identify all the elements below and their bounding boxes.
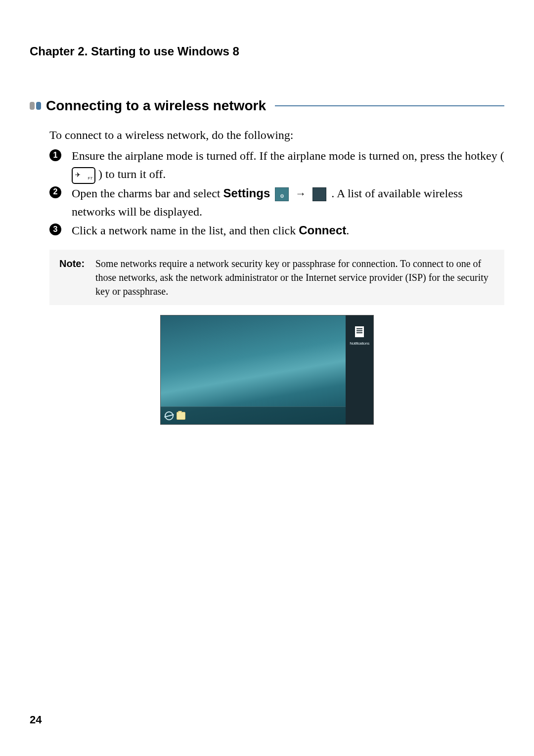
note-label: Note:	[59, 257, 85, 270]
step-1: 1 Ensure the airplane mode is turned off…	[49, 147, 504, 184]
step-3-text-a: Click a network name in the list, and th…	[72, 224, 299, 237]
screenshot-illustration: Notifications	[160, 315, 374, 425]
step-2: 2 Open the charms bar and select Setting…	[49, 184, 504, 221]
ie-taskbar-icon	[165, 410, 174, 421]
connect-label: Connect	[299, 223, 346, 237]
arrow-icon: →	[295, 187, 306, 200]
settings-label: Settings	[223, 186, 270, 200]
airplane-hotkey-icon: ✈ F7	[72, 167, 95, 184]
notifications-icon	[355, 326, 364, 337]
section-rule	[275, 105, 504, 106]
section-title: Connecting to a wireless network	[46, 98, 266, 114]
step-1-text-a: Ensure the airplane mode is turned off. …	[72, 149, 504, 162]
page-number: 24	[30, 713, 42, 726]
taskbar	[161, 406, 346, 424]
chapter-header: Chapter 2. Starting to use Windows 8	[30, 44, 504, 58]
desktop-area	[161, 315, 346, 424]
step-number-1: 1	[49, 149, 61, 161]
step-2-text-a: Open the charms bar and select	[72, 187, 223, 200]
note-text: Some networks require a network security…	[95, 257, 494, 298]
steps-list: 1 Ensure the airplane mode is turned off…	[49, 147, 504, 240]
section-title-row: Connecting to a wireless network	[30, 98, 504, 114]
step-1-text-b: ) to turn it off.	[98, 168, 166, 180]
settings-sidebar: Notifications	[346, 315, 373, 424]
desktop-screenshot: Notifications	[161, 315, 373, 424]
step-3-text-b: .	[346, 224, 349, 237]
note-box: Note: Some networks require a network se…	[49, 250, 504, 305]
step-3: 3 Click a network name in the list, and …	[49, 221, 504, 240]
explorer-taskbar-icon	[177, 410, 185, 421]
section-bullet-decoration	[30, 102, 41, 110]
hotkey-fn-label: F7	[88, 176, 92, 181]
airplane-icon: ✈	[75, 170, 81, 180]
gear-icon: ⚙	[280, 192, 284, 200]
settings-charm-icon: ⚙	[275, 187, 289, 201]
document-page: Chapter 2. Starting to use Windows 8 Con…	[0, 0, 534, 756]
notifications-label: Notifications	[350, 341, 369, 346]
step-number-2: 2	[49, 186, 61, 198]
step-number-3: 3	[49, 223, 61, 235]
intro-text: To connect to a wireless network, do the…	[49, 129, 504, 142]
network-tile-icon	[312, 187, 326, 201]
